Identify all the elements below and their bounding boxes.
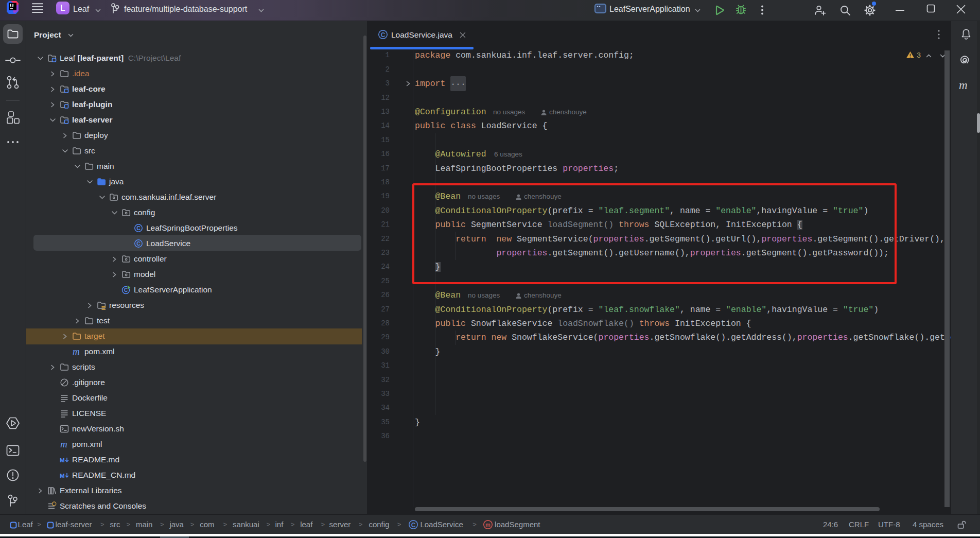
svg-text:M: M [60, 457, 65, 463]
svg-text:C: C [136, 240, 141, 247]
svg-text:m: m [485, 522, 491, 528]
svg-text:m: m [60, 440, 67, 449]
svg-text:C: C [124, 287, 128, 293]
svg-text:C: C [381, 31, 386, 39]
svg-text:m: m [73, 347, 80, 356]
svg-text:M: M [60, 473, 65, 479]
svg-text:C: C [411, 522, 416, 529]
svg-text:C: C [136, 225, 141, 231]
